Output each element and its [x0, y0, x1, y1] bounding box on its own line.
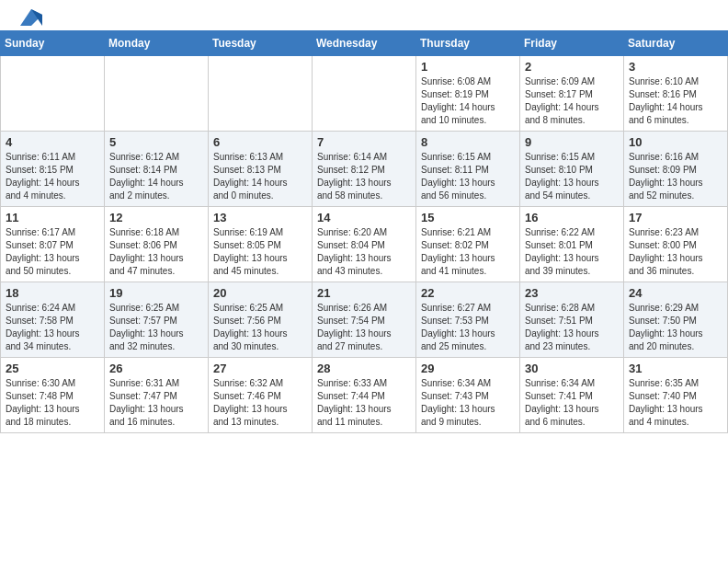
day-info: Sunrise: 6:16 AM Sunset: 8:09 PM Dayligh… [629, 151, 722, 202]
day-number: 27 [213, 362, 307, 375]
calendar-week-1: 1Sunrise: 6:08 AM Sunset: 8:19 PM Daylig… [1, 56, 728, 132]
calendar-week-4: 18Sunrise: 6:24 AM Sunset: 7:58 PM Dayli… [1, 282, 728, 358]
day-number: 20 [213, 286, 307, 300]
calendar-day: 25Sunrise: 6:30 AM Sunset: 7:48 PM Dayli… [1, 358, 105, 433]
calendar-day: 17Sunrise: 6:23 AM Sunset: 8:00 PM Dayli… [624, 207, 728, 282]
day-info: Sunrise: 6:17 AM Sunset: 8:07 PM Dayligh… [6, 226, 99, 278]
day-info: Sunrise: 6:28 AM Sunset: 7:51 PM Dayligh… [525, 302, 619, 353]
day-header-saturday: Saturday [624, 31, 728, 56]
day-number: 9 [525, 135, 619, 149]
page-header [0, 0, 728, 30]
calendar-day: 18Sunrise: 6:24 AM Sunset: 7:58 PM Dayli… [1, 282, 105, 358]
calendar-week-3: 11Sunrise: 6:17 AM Sunset: 8:07 PM Dayli… [1, 207, 728, 282]
calendar-day: 27Sunrise: 6:32 AM Sunset: 7:46 PM Dayli… [209, 358, 313, 433]
calendar-day: 20Sunrise: 6:25 AM Sunset: 7:56 PM Dayli… [209, 282, 313, 358]
day-header-monday: Monday [105, 31, 209, 56]
day-header-tuesday: Tuesday [209, 31, 313, 56]
calendar-day: 19Sunrise: 6:25 AM Sunset: 7:57 PM Dayli… [105, 282, 209, 358]
day-info: Sunrise: 6:35 AM Sunset: 7:40 PM Dayligh… [629, 377, 722, 429]
day-info: Sunrise: 6:13 AM Sunset: 8:13 PM Dayligh… [213, 151, 307, 202]
calendar-day: 10Sunrise: 6:16 AM Sunset: 8:09 PM Dayli… [624, 132, 728, 207]
day-number: 8 [421, 135, 515, 149]
calendar-day: 24Sunrise: 6:29 AM Sunset: 7:50 PM Dayli… [624, 282, 728, 358]
calendar-day: 6Sunrise: 6:13 AM Sunset: 8:13 PM Daylig… [209, 132, 313, 207]
day-info: Sunrise: 6:34 AM Sunset: 7:41 PM Dayligh… [525, 377, 619, 429]
day-info: Sunrise: 6:20 AM Sunset: 8:04 PM Dayligh… [317, 226, 411, 278]
day-number: 28 [317, 362, 411, 375]
calendar-day: 22Sunrise: 6:27 AM Sunset: 7:53 PM Dayli… [416, 282, 520, 358]
day-header-friday: Friday [520, 31, 624, 56]
day-number: 30 [525, 362, 619, 375]
calendar-day: 29Sunrise: 6:34 AM Sunset: 7:43 PM Dayli… [416, 358, 520, 433]
calendar-day: 26Sunrise: 6:31 AM Sunset: 7:47 PM Dayli… [105, 358, 209, 433]
day-info: Sunrise: 6:09 AM Sunset: 8:17 PM Dayligh… [525, 75, 619, 127]
day-info: Sunrise: 6:29 AM Sunset: 7:50 PM Dayligh… [629, 302, 722, 353]
day-number: 26 [109, 362, 203, 375]
calendar-day: 12Sunrise: 6:18 AM Sunset: 8:06 PM Dayli… [105, 207, 209, 282]
day-info: Sunrise: 6:12 AM Sunset: 8:14 PM Dayligh… [109, 151, 203, 202]
day-number: 31 [629, 362, 722, 375]
calendar-day [105, 56, 209, 132]
day-info: Sunrise: 6:33 AM Sunset: 7:44 PM Dayligh… [317, 377, 411, 429]
day-number: 13 [213, 211, 307, 224]
calendar-day: 16Sunrise: 6:22 AM Sunset: 8:01 PM Dayli… [520, 207, 624, 282]
day-info: Sunrise: 6:31 AM Sunset: 7:47 PM Dayligh… [109, 377, 203, 429]
day-number: 3 [629, 60, 722, 74]
day-info: Sunrise: 6:08 AM Sunset: 8:19 PM Dayligh… [421, 75, 515, 127]
day-info: Sunrise: 6:19 AM Sunset: 8:05 PM Dayligh… [213, 226, 307, 278]
day-header-thursday: Thursday [416, 31, 520, 56]
day-number: 21 [317, 286, 411, 300]
day-info: Sunrise: 6:21 AM Sunset: 8:02 PM Dayligh… [421, 226, 515, 278]
day-info: Sunrise: 6:27 AM Sunset: 7:53 PM Dayligh… [421, 302, 515, 353]
day-number: 12 [109, 211, 203, 224]
calendar-header-row: SundayMondayTuesdayWednesdayThursdayFrid… [1, 31, 728, 56]
calendar-day [313, 56, 416, 132]
day-number: 14 [317, 211, 411, 224]
day-info: Sunrise: 6:30 AM Sunset: 7:48 PM Dayligh… [6, 377, 99, 429]
day-number: 16 [525, 211, 619, 224]
day-info: Sunrise: 6:15 AM Sunset: 8:10 PM Dayligh… [525, 151, 619, 202]
day-number: 5 [109, 135, 203, 149]
calendar-day: 13Sunrise: 6:19 AM Sunset: 8:05 PM Dayli… [209, 207, 313, 282]
calendar-table: SundayMondayTuesdayWednesdayThursdayFrid… [0, 30, 728, 433]
day-number: 10 [629, 135, 722, 149]
day-info: Sunrise: 6:10 AM Sunset: 8:16 PM Dayligh… [629, 75, 722, 127]
day-number: 17 [629, 211, 722, 224]
day-number: 23 [525, 286, 619, 300]
calendar-day: 30Sunrise: 6:34 AM Sunset: 7:41 PM Dayli… [520, 358, 624, 433]
day-number: 22 [421, 286, 515, 300]
calendar-week-2: 4Sunrise: 6:11 AM Sunset: 8:15 PM Daylig… [1, 132, 728, 207]
calendar-day: 2Sunrise: 6:09 AM Sunset: 8:17 PM Daylig… [520, 56, 624, 132]
calendar-day: 1Sunrise: 6:08 AM Sunset: 8:19 PM Daylig… [416, 56, 520, 132]
day-info: Sunrise: 6:15 AM Sunset: 8:11 PM Dayligh… [421, 151, 515, 202]
day-number: 6 [213, 135, 307, 149]
calendar-day [209, 56, 313, 132]
day-info: Sunrise: 6:14 AM Sunset: 8:12 PM Dayligh… [317, 151, 411, 202]
day-header-wednesday: Wednesday [313, 31, 416, 56]
calendar-day: 8Sunrise: 6:15 AM Sunset: 8:11 PM Daylig… [416, 132, 520, 207]
day-info: Sunrise: 6:26 AM Sunset: 7:54 PM Dayligh… [317, 302, 411, 353]
calendar-day: 23Sunrise: 6:28 AM Sunset: 7:51 PM Dayli… [520, 282, 624, 358]
calendar-week-5: 25Sunrise: 6:30 AM Sunset: 7:48 PM Dayli… [1, 358, 728, 433]
day-number: 15 [421, 211, 515, 224]
logo-icon [20, 9, 42, 26]
day-info: Sunrise: 6:18 AM Sunset: 8:06 PM Dayligh… [109, 226, 203, 278]
day-info: Sunrise: 6:23 AM Sunset: 8:00 PM Dayligh… [629, 226, 722, 278]
day-number: 7 [317, 135, 411, 149]
day-header-sunday: Sunday [1, 31, 105, 56]
calendar-day: 5Sunrise: 6:12 AM Sunset: 8:14 PM Daylig… [105, 132, 209, 207]
day-number: 2 [525, 60, 619, 74]
day-info: Sunrise: 6:22 AM Sunset: 8:01 PM Dayligh… [525, 226, 619, 278]
day-info: Sunrise: 6:32 AM Sunset: 7:46 PM Dayligh… [213, 377, 307, 429]
calendar-day: 3Sunrise: 6:10 AM Sunset: 8:16 PM Daylig… [624, 56, 728, 132]
day-info: Sunrise: 6:11 AM Sunset: 8:15 PM Dayligh… [6, 151, 99, 202]
calendar-day: 7Sunrise: 6:14 AM Sunset: 8:12 PM Daylig… [313, 132, 416, 207]
calendar-day: 14Sunrise: 6:20 AM Sunset: 8:04 PM Dayli… [313, 207, 416, 282]
day-info: Sunrise: 6:24 AM Sunset: 7:58 PM Dayligh… [6, 302, 99, 353]
calendar-day [1, 56, 105, 132]
day-number: 4 [6, 135, 99, 149]
day-number: 25 [6, 362, 99, 375]
day-info: Sunrise: 6:25 AM Sunset: 7:57 PM Dayligh… [109, 302, 203, 353]
day-info: Sunrise: 6:34 AM Sunset: 7:43 PM Dayligh… [421, 377, 515, 429]
day-number: 18 [6, 286, 99, 300]
